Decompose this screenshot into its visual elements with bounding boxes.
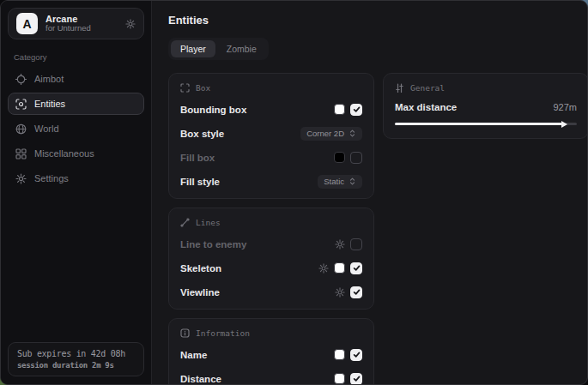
box-style-label: Box style <box>180 129 224 139</box>
fill-style-dropdown[interactable]: Static <box>318 175 362 189</box>
box-card: Box Bounding box Box style <box>168 73 374 199</box>
name-row: Name <box>180 347 362 362</box>
session-duration-text: session duration 2m 9s <box>17 361 135 370</box>
viewline-checkbox[interactable] <box>350 286 362 298</box>
line-to-enemy-label: Line to enemy <box>180 239 246 250</box>
max-distance-row: Max distance 927m <box>395 102 577 112</box>
entity-tabs: Player Zombie <box>168 38 269 60</box>
fill-style-row: Fill style Static <box>180 174 362 189</box>
sidebar-item-aimbot[interactable]: Aimbot <box>8 68 144 90</box>
distance-label: Distance <box>180 374 221 384</box>
max-distance-value: 927m <box>553 102 577 112</box>
bounding-box-color-swatch[interactable] <box>334 104 345 115</box>
information-card-header: Information <box>180 328 362 338</box>
name-checkbox[interactable] <box>350 349 362 361</box>
logo-card: A Arcane for Unturned <box>8 8 144 39</box>
max-distance-label: Max distance <box>395 102 457 112</box>
lines-card: Lines Line to enemy Skeleton <box>168 208 374 310</box>
sidebar-item-entities[interactable]: Entities <box>8 93 144 115</box>
app-title-block: Arcane for Unturned <box>45 14 118 34</box>
viewline-label: Viewline <box>180 287 220 298</box>
sidebar: A Arcane for Unturned Category Aimbot En… <box>1 1 152 384</box>
bounding-box-checkbox[interactable] <box>350 104 362 116</box>
distance-row: Distance <box>180 371 362 385</box>
gear-icon[interactable] <box>125 19 136 29</box>
sidebar-item-label: World <box>34 123 59 134</box>
right-column: General Max distance 927m <box>383 73 588 139</box>
left-column: Box Bounding box Box style <box>168 73 374 385</box>
line-to-enemy-checkbox[interactable] <box>350 238 362 250</box>
box-style-value: Corner 2D <box>306 129 344 138</box>
skeleton-color-swatch[interactable] <box>334 262 345 274</box>
chevrons-up-down-icon <box>349 129 356 138</box>
info-icon <box>180 328 190 338</box>
sub-expires-text: Sub expires in 42d 08h <box>17 349 135 358</box>
scan-icon <box>15 99 27 110</box>
box-card-header: Box <box>180 83 362 93</box>
sliders-icon <box>395 83 404 93</box>
name-label: Name <box>180 350 207 360</box>
lines-card-title: Lines <box>196 218 221 227</box>
app-subtitle: for Unturned <box>45 24 118 33</box>
page-title: Entities <box>168 14 588 27</box>
box-style-dropdown[interactable]: Corner 2D <box>300 127 362 141</box>
information-card: Information Name Distance <box>168 318 374 385</box>
skeleton-checkbox[interactable] <box>350 262 362 274</box>
information-card-title: Information <box>196 328 250 338</box>
max-distance-slider[interactable] <box>395 123 577 125</box>
distance-color-swatch[interactable] <box>334 373 345 384</box>
grid-icon <box>15 148 27 159</box>
sidebar-item-miscellaneous[interactable]: Miscellaneous <box>8 142 144 165</box>
sidebar-item-settings[interactable]: Settings <box>8 167 144 189</box>
box-card-title: Box <box>196 83 210 93</box>
gear-icon[interactable] <box>318 263 329 274</box>
sidebar-item-label: Miscellaneous <box>34 148 94 159</box>
sidebar-item-label: Entities <box>34 99 65 109</box>
category-label: Category <box>14 52 144 62</box>
app-window: A Arcane for Unturned Category Aimbot En… <box>0 0 588 385</box>
globe-icon <box>15 123 27 135</box>
fill-style-value: Static <box>324 177 344 186</box>
subscription-info-card: Sub expires in 42d 08h session duration … <box>8 342 144 376</box>
gear-icon <box>15 173 27 184</box>
skeleton-label: Skeleton <box>180 263 221 274</box>
box-style-row: Box style Corner 2D <box>180 126 362 141</box>
general-card-header: General <box>395 83 577 93</box>
crosshair-icon <box>15 74 27 85</box>
line-to-enemy-row: Line to enemy <box>180 237 362 251</box>
tab-player[interactable]: Player <box>171 40 215 57</box>
app-logo: A <box>16 13 38 34</box>
sidebar-item-label: Settings <box>34 173 69 183</box>
name-color-swatch[interactable] <box>334 349 345 360</box>
bounding-box-row: Bounding box <box>180 102 362 117</box>
main-panel: Entities Player Zombie Box Bounding box <box>152 1 588 384</box>
fill-box-checkbox[interactable] <box>350 152 362 164</box>
settings-content: Box Bounding box Box style <box>168 73 588 385</box>
fill-box-row: Fill box <box>180 150 362 165</box>
fill-box-color-swatch[interactable] <box>334 152 345 163</box>
max-distance-fill <box>395 123 562 125</box>
fill-style-label: Fill style <box>180 177 220 187</box>
gear-icon[interactable] <box>335 287 345 298</box>
general-card: General Max distance 927m <box>383 73 588 139</box>
bounding-box-label: Bounding box <box>180 105 246 115</box>
general-card-title: General <box>410 83 445 93</box>
distance-checkbox[interactable] <box>350 373 362 385</box>
chevrons-up-down-icon <box>349 177 356 186</box>
sidebar-item-label: Aimbot <box>34 74 64 84</box>
lines-card-header: Lines <box>180 218 362 227</box>
gear-icon[interactable] <box>335 239 345 250</box>
tab-zombie[interactable]: Zombie <box>217 40 266 57</box>
diagonal-line-icon <box>180 218 190 227</box>
viewline-row: Viewline <box>180 285 362 299</box>
skeleton-row: Skeleton <box>180 261 362 275</box>
sidebar-item-world[interactable]: World <box>8 117 144 140</box>
fill-box-label: Fill box <box>180 153 215 163</box>
box-corners-icon <box>180 83 190 93</box>
